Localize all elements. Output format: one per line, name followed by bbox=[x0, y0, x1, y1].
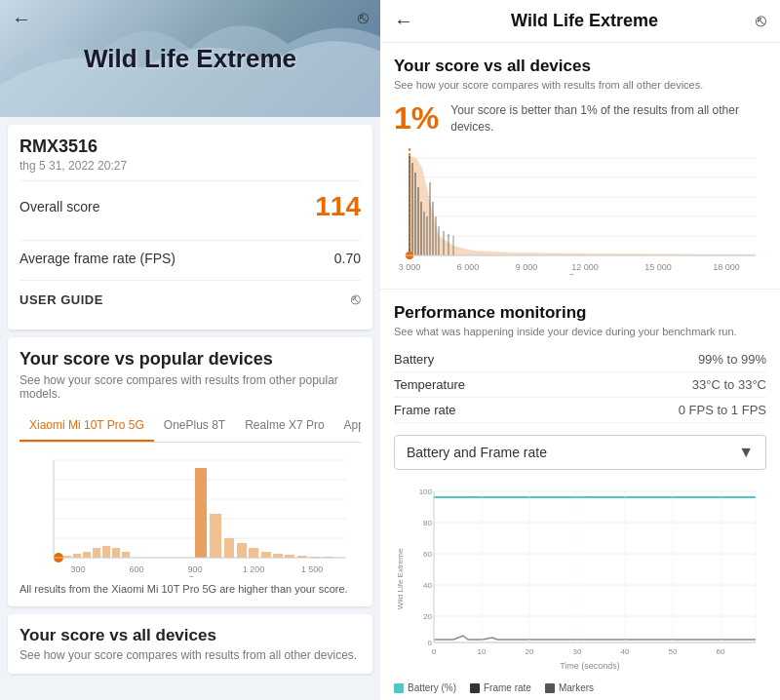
left-content: RMX3516 thg 5 31, 2022 20:27 Overall sco… bbox=[0, 117, 380, 700]
svg-text:10: 10 bbox=[478, 647, 487, 656]
device-card: RMX3516 thg 5 31, 2022 20:27 Overall sco… bbox=[8, 125, 372, 330]
chart-type-dropdown[interactable]: Battery and Frame rate ▼ bbox=[394, 435, 766, 470]
svg-text:Score: Score bbox=[188, 574, 212, 577]
perf-battery-value: 99% to 99% bbox=[698, 352, 766, 367]
avg-frame-rate-row: Average frame rate (FPS) 0.70 bbox=[20, 240, 361, 276]
hero-section: ← ⎋ Wild Life Extreme bbox=[0, 0, 380, 117]
user-guide-label: USER GUIDE bbox=[20, 292, 103, 307]
perf-framerate-label: Frame rate bbox=[394, 403, 456, 417]
hero-nav: ← ⎋ bbox=[0, 8, 380, 30]
bottom-section-title: Your score vs all devices bbox=[20, 626, 361, 645]
bottom-section-sub: See how your score compares with results… bbox=[20, 648, 361, 662]
bar-chart-svg: 300 600 900 1 200 1 500 Score bbox=[20, 450, 361, 577]
svg-rect-17 bbox=[249, 548, 258, 558]
overall-score-value: 114 bbox=[315, 191, 361, 222]
legend-row: Battery (%) Frame rate Markers bbox=[394, 682, 766, 693]
svg-text:60: 60 bbox=[717, 647, 725, 656]
bar-chart-area: 300 600 900 1 200 1 500 Score bbox=[20, 450, 361, 577]
svg-text:3 000: 3 000 bbox=[399, 262, 421, 272]
bottom-chart-svg: Wild Life Extreme 100 80 60 40 bbox=[394, 482, 766, 672]
svg-text:30: 30 bbox=[573, 647, 582, 656]
app-container: ← ⎋ Wild Life Extreme RMX3516 thg 5 31, … bbox=[0, 0, 780, 700]
tab-apple[interactable]: Apple iF bbox=[334, 410, 361, 442]
svg-text:100: 100 bbox=[419, 487, 433, 496]
chevron-down-icon: ▼ bbox=[738, 444, 754, 461]
perf-temp-row: Temperature 33°C to 33°C bbox=[394, 372, 766, 398]
svg-rect-15 bbox=[224, 538, 234, 558]
bottom-section-card: Your score vs all devices See how your s… bbox=[8, 614, 372, 674]
percentile-row: 1% Your score is better than 1% of the r… bbox=[394, 100, 766, 136]
user-guide-share-icon[interactable]: ⎋ bbox=[351, 291, 361, 308]
percentile-number: 1% bbox=[394, 100, 439, 136]
perf-battery-row: Battery 99% to 99% bbox=[394, 347, 766, 372]
svg-rect-10 bbox=[102, 546, 110, 558]
svg-rect-8 bbox=[83, 552, 91, 558]
perf-battery-label: Battery bbox=[394, 352, 434, 367]
svg-text:0: 0 bbox=[432, 647, 437, 656]
dist-chart-svg: 3 000 6 000 9 000 12 000 15 000 18 000 S… bbox=[394, 148, 766, 275]
svg-text:600: 600 bbox=[129, 564, 143, 574]
tab-realme[interactable]: Realme X7 Pro bbox=[235, 410, 333, 442]
svg-text:20: 20 bbox=[423, 612, 432, 621]
chart-note: All results from the Xiaomi Mi 10T Pro 5… bbox=[20, 583, 361, 595]
svg-rect-19 bbox=[273, 554, 283, 558]
left-panel: ← ⎋ Wild Life Extreme RMX3516 thg 5 31, … bbox=[0, 0, 380, 700]
svg-rect-12 bbox=[122, 552, 130, 558]
svg-text:40: 40 bbox=[621, 647, 630, 656]
svg-text:20: 20 bbox=[526, 647, 534, 656]
svg-text:40: 40 bbox=[423, 581, 432, 590]
svg-text:18 000: 18 000 bbox=[713, 262, 740, 272]
svg-text:6 000: 6 000 bbox=[457, 262, 480, 272]
perf-framerate-value: 0 FPS to 1 FPS bbox=[679, 403, 766, 417]
svg-text:0: 0 bbox=[428, 639, 433, 647]
user-guide-row[interactable]: USER GUIDE ⎋ bbox=[20, 280, 361, 318]
tabs-row: Xiaomi Mi 10T Pro 5G OnePlus 8T Realme X… bbox=[20, 410, 361, 443]
percentile-text: Your score is better than 1% of the resu… bbox=[450, 102, 766, 136]
svg-rect-13 bbox=[195, 468, 207, 558]
dropdown-label: Battery and Frame rate bbox=[407, 445, 547, 460]
svg-text:80: 80 bbox=[423, 519, 432, 527]
svg-text:15 000: 15 000 bbox=[644, 262, 672, 272]
svg-text:1 200: 1 200 bbox=[243, 564, 265, 574]
legend-markers-dot bbox=[545, 683, 555, 693]
left-share-icon[interactable]: ⎋ bbox=[358, 8, 369, 30]
svg-text:1 500: 1 500 bbox=[301, 564, 324, 574]
svg-text:Time (seconds): Time (seconds) bbox=[560, 661, 620, 671]
right-body: Your score vs all devices See how your s… bbox=[380, 43, 780, 700]
device-date: thg 5 31, 2022 20:27 bbox=[20, 159, 361, 173]
legend-framerate: Frame rate bbox=[470, 682, 531, 693]
legend-framerate-label: Frame rate bbox=[484, 682, 531, 693]
svg-text:Wild Life Extreme: Wild Life Extreme bbox=[396, 548, 405, 609]
svg-rect-11 bbox=[112, 548, 120, 558]
legend-battery: Battery (%) bbox=[394, 682, 456, 693]
perf-temp-value: 33°C to 33°C bbox=[692, 377, 766, 392]
svg-text:60: 60 bbox=[423, 550, 432, 559]
svg-text:50: 50 bbox=[669, 647, 678, 656]
bottom-chart-area: Wild Life Extreme 100 80 60 40 bbox=[394, 482, 766, 677]
legend-battery-label: Battery (%) bbox=[408, 682, 456, 693]
perf-title: Performance monitoring bbox=[394, 303, 766, 323]
hero-title: Wild Life Extreme bbox=[84, 44, 296, 74]
vs-all-section: Your score vs all devices See how your s… bbox=[380, 43, 780, 290]
perf-temp-label: Temperature bbox=[394, 377, 465, 392]
popular-section-sub: See how your score compares with results… bbox=[20, 373, 361, 401]
svg-rect-9 bbox=[93, 548, 100, 558]
tab-xiaomi[interactable]: Xiaomi Mi 10T Pro 5G bbox=[20, 410, 154, 442]
perf-framerate-row: Frame rate 0 FPS to 1 FPS bbox=[394, 398, 766, 423]
right-panel: ← Wild Life Extreme ⎋ Your score vs all … bbox=[380, 0, 780, 700]
left-back-icon[interactable]: ← bbox=[12, 8, 31, 30]
legend-framerate-dot bbox=[470, 683, 480, 693]
right-back-icon[interactable]: ← bbox=[394, 10, 413, 32]
legend-markers: Markers bbox=[545, 682, 594, 693]
perf-section: Performance monitoring See what was happ… bbox=[380, 290, 780, 700]
vs-all-title: Your score vs all devices bbox=[394, 57, 766, 76]
svg-text:900: 900 bbox=[187, 564, 202, 574]
svg-text:12 000: 12 000 bbox=[571, 262, 599, 272]
svg-rect-7 bbox=[73, 554, 81, 558]
right-header: ← Wild Life Extreme ⎋ bbox=[380, 0, 780, 43]
tab-oneplus[interactable]: OnePlus 8T bbox=[154, 410, 235, 442]
right-share-icon[interactable]: ⎋ bbox=[756, 11, 766, 31]
svg-text:Score: Score bbox=[568, 272, 592, 275]
legend-battery-dot bbox=[394, 683, 404, 693]
avg-frame-rate-label: Average frame rate (FPS) bbox=[20, 251, 176, 266]
